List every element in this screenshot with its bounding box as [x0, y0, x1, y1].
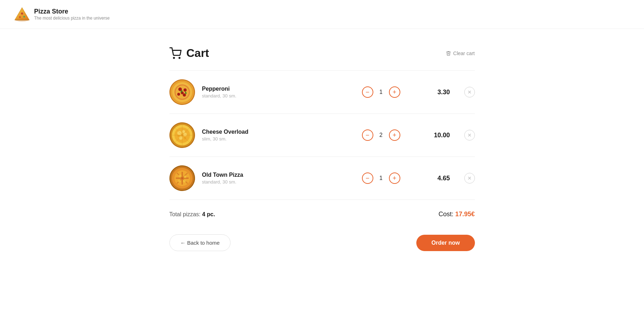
svg-point-7 — [179, 57, 180, 58]
item-name-pepperoni: Pepperoni — [202, 86, 362, 92]
decrement-cheese-overload-button[interactable]: − — [362, 129, 373, 141]
svg-point-25 — [183, 133, 187, 136]
increment-old-town-button[interactable]: + — [389, 172, 400, 184]
back-home-label: ← Back to home — [180, 240, 220, 246]
header: Pizza Store The most delicious pizza in … — [0, 0, 644, 29]
increment-cheese-overload-button[interactable]: + — [389, 129, 400, 141]
cart-item-pepperoni: Pepperoni standard, 30 sm. − 1 + 3.30 ✕ — [169, 71, 475, 114]
total-pizzas: Total pizzas: 4 pc. — [169, 211, 215, 218]
remove-pepperoni-button[interactable]: ✕ — [464, 87, 475, 97]
decrement-old-town-button[interactable]: − — [362, 172, 373, 184]
back-to-home-button[interactable]: ← Back to home — [169, 234, 231, 251]
svg-point-5 — [23, 16, 25, 18]
logo-text: Pizza Store The most delicious pizza in … — [34, 8, 110, 21]
app-title: Pizza Store — [34, 8, 110, 15]
item-details-old-town: standard, 30 sm. — [202, 179, 362, 185]
item-image-old-town — [169, 165, 195, 191]
cart-title: Cart — [186, 47, 209, 60]
svg-point-15 — [177, 93, 180, 96]
svg-point-6 — [173, 57, 174, 58]
svg-point-43 — [179, 175, 182, 177]
main-content: Cart Clear cart — [162, 29, 482, 265]
remove-cheese-overload-button[interactable]: ✕ — [464, 130, 475, 140]
remove-old-town-button[interactable]: ✕ — [464, 173, 475, 184]
price-cheese-overload: 10.00 — [422, 132, 450, 139]
item-image-pepperoni — [169, 79, 195, 105]
increment-pepperoni-button[interactable]: + — [389, 86, 400, 98]
clear-cart-label: Clear cart — [453, 51, 475, 56]
cart-header: Cart Clear cart — [169, 47, 475, 60]
svg-point-46 — [183, 180, 186, 182]
app-subtitle: The most delicious pizza in the universe — [34, 16, 110, 21]
cost-value: 17.95€ — [455, 211, 475, 218]
item-image-cheese-overload — [169, 122, 195, 148]
item-info-pepperoni: Pepperoni standard, 30 sm. — [202, 86, 362, 99]
item-details-pepperoni: standard, 30 sm. — [202, 93, 362, 99]
item-quantity-pepperoni: − 1 + — [362, 86, 400, 98]
price-old-town: 4.65 — [422, 175, 450, 182]
quantity-old-town: 1 — [378, 175, 384, 181]
order-now-label: Order now — [431, 240, 460, 246]
item-name-cheese-overload: Cheese Overload — [202, 129, 362, 135]
total-cost: Cost: 17.95€ — [438, 211, 475, 218]
item-details-cheese-overload: slim, 30 sm. — [202, 136, 362, 142]
cost-label: Cost: — [438, 211, 453, 218]
item-info-old-town: Old Town Pizza standard, 30 sm. — [202, 172, 362, 185]
quantity-cheese-overload: 2 — [378, 132, 384, 138]
cart-title-wrap: Cart — [169, 47, 209, 60]
svg-point-2 — [15, 18, 29, 21]
total-pizzas-label: Total pizzas: — [169, 211, 201, 217]
quantity-pepperoni: 1 — [378, 89, 384, 95]
cart-summary: Total pizzas: 4 pc. Cost: 17.95€ — [169, 200, 475, 222]
trash-icon — [446, 51, 451, 56]
svg-point-16 — [183, 94, 186, 97]
cart-item-old-town: Old Town Pizza standard, 30 sm. − 1 + 4.… — [169, 157, 475, 200]
total-pizzas-value: 4 pc. — [202, 211, 215, 217]
item-quantity-cheese-overload: − 2 + — [362, 129, 400, 141]
svg-point-4 — [19, 16, 21, 18]
svg-point-14 — [183, 89, 186, 92]
decrement-pepperoni-button[interactable]: − — [362, 86, 373, 98]
cart-item-cheese-overload: Cheese Overload slim, 30 sm. − 2 + 10.00… — [169, 114, 475, 157]
cart-items-list: Pepperoni standard, 30 sm. − 1 + 3.30 ✕ — [169, 70, 475, 200]
order-now-button[interactable]: Order now — [416, 235, 475, 251]
svg-point-45 — [178, 180, 180, 182]
cart-icon — [169, 47, 182, 59]
svg-point-44 — [184, 176, 186, 178]
svg-point-3 — [21, 12, 23, 15]
svg-point-24 — [177, 131, 182, 135]
clear-cart-button[interactable]: Clear cart — [446, 51, 475, 56]
item-info-cheese-overload: Cheese Overload slim, 30 sm. — [202, 129, 362, 142]
item-quantity-old-town: − 1 + — [362, 172, 400, 184]
pizza-logo-icon — [14, 6, 30, 22]
price-pepperoni: 3.30 — [422, 89, 450, 96]
item-name-old-town: Old Town Pizza — [202, 172, 362, 178]
cart-actions: ← Back to home Order now — [169, 234, 475, 251]
